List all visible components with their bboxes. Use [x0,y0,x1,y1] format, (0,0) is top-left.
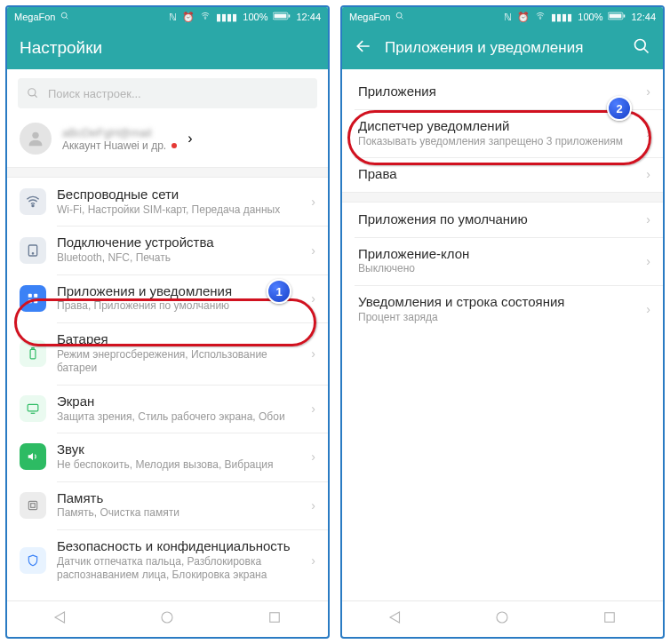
wifi-settings-icon [20,188,46,215]
row-label: Приложения по умолчанию [358,211,642,228]
settings-list: Беспроводные сети Wi-Fi, Настройки SIM-к… [7,178,328,592]
chevron-right-icon: › [642,254,654,268]
chevron-right-icon: › [642,212,654,227]
avatar-icon [20,123,52,155]
row-memory[interactable]: Память Память, Очистка памяти › [7,481,328,529]
row-sub: Защита зрения, Стиль рабочего экрана, Об… [57,410,307,425]
memory-icon [20,492,46,519]
nav-home-button[interactable] [494,609,510,629]
chevron-right-icon: › [187,131,192,147]
account-name-blurred: aBcDeFgH@mail [62,126,177,139]
row-label: Подключение устройства [57,235,307,251]
row-battery[interactable]: Батарея Режим энергосбережения, Использо… [7,322,328,385]
left-phone: MegaFon ℕ ⏰ ▮▮▮▮ 100% 12:44 Настройки По… [5,5,330,639]
shield-icon [20,547,46,574]
svg-rect-17 [32,348,34,350]
nav-recent-button[interactable] [267,609,283,629]
app-bar: Настройки [7,27,328,69]
row-sub: Права, Приложения по умолчанию [57,299,307,314]
row-sub: Не беспокоить, Мелодия вызова, Вибрация [57,458,307,473]
carrier-label: MegaFon [14,12,55,22]
bluetooth-icon [20,237,46,264]
chevron-right-icon: › [307,449,319,464]
row-device-connection[interactable]: Подключение устройства Bluetooth, NFC, П… [7,226,328,274]
svg-point-2 [205,19,206,20]
row-label: Экран [57,394,307,410]
chevron-right-icon: › [307,498,319,513]
nfc-icon: ℕ [169,12,177,23]
chevron-right-icon: › [642,126,654,140]
wifi-icon [535,12,546,22]
svg-line-25 [402,17,403,19]
chevron-right-icon: › [307,291,319,306]
row-label: Беспроводные сети [57,187,307,203]
battery-settings-icon [20,340,46,367]
chevron-right-icon: › [307,195,319,209]
row-label: Диспетчер уведомлений [358,118,642,135]
section-gap [342,192,663,203]
svg-rect-18 [28,404,38,411]
svg-rect-5 [289,14,291,17]
row-sub: Wi-Fi, Настройки SIM-карт, Передача данн… [57,203,307,218]
svg-line-1 [67,17,68,19]
chevron-right-icon: › [307,243,319,258]
notification-dot-icon [171,143,177,148]
svg-point-6 [28,89,36,96]
svg-rect-29 [624,14,626,17]
battery-icon [608,12,626,22]
row-apps-notifications[interactable]: Приложения и уведомления Права, Приложен… [7,274,328,322]
search-button[interactable] [633,37,650,60]
row-applications[interactable]: Приложения › [342,75,663,109]
nav-home-button[interactable] [159,609,175,629]
battery-icon [273,12,291,22]
row-sound[interactable]: Звук Не беспокоить, Мелодия вызова, Вибр… [7,433,328,481]
row-sub: Датчик отпечатка пальца, Разблокировка р… [57,555,307,583]
svg-rect-34 [605,613,615,623]
search-icon [27,87,39,99]
account-row[interactable]: aBcDeFgH@mail Аккаунт Huawei и др. › [7,115,328,167]
search-input[interactable]: Поиск настроек... [18,78,317,108]
svg-point-26 [540,19,541,20]
nav-back-button[interactable] [52,609,68,629]
svg-point-9 [32,205,34,207]
row-security[interactable]: Безопасность и конфиденциальность Датчик… [7,529,328,592]
row-app-clone[interactable]: Приложение-клон Выключено › [342,237,663,285]
svg-point-24 [397,12,403,18]
time-label: 12:44 [296,12,321,22]
row-label: Приложения [358,83,642,100]
svg-point-0 [62,12,68,18]
nav-recent-button[interactable] [602,609,618,629]
nav-bar [7,600,328,637]
time-label: 12:44 [631,12,656,22]
row-notifications-statusbar[interactable]: Уведомления и строка состояния Процент з… [342,285,663,333]
apps-icon [20,285,46,312]
row-default-apps[interactable]: Приложения по умолчанию › [342,203,663,237]
svg-rect-12 [28,294,32,298]
alarm-icon: ⏰ [182,12,195,23]
svg-point-8 [32,132,38,139]
svg-line-7 [35,95,37,98]
search-mini-icon [395,12,404,22]
signal-icon: ▮▮▮▮ [216,12,237,23]
row-notification-manager[interactable]: Диспетчер уведомлений Показывать уведомл… [342,109,663,157]
row-label: Уведомления и строка состояния [358,294,642,311]
row-label: Батарея [57,331,307,348]
row-permissions[interactable]: Права › [342,157,663,192]
row-wireless[interactable]: Беспроводные сети Wi-Fi, Настройки SIM-к… [7,178,328,226]
account-text: aBcDeFgH@mail Аккаунт Huawei и др. [62,126,177,152]
svg-rect-4 [275,14,287,19]
right-phone: MegaFon ℕ ⏰ ▮▮▮▮ 100% 12:44 Приложения и… [340,5,665,639]
svg-point-31 [635,39,646,50]
svg-rect-20 [28,501,36,509]
svg-rect-23 [270,613,280,623]
row-sub: Выключено [358,262,642,276]
chevron-right-icon: › [307,346,319,361]
row-sub: Показывать уведомления запрещено 3 прило… [358,135,642,149]
back-button[interactable] [355,37,372,60]
nav-back-button[interactable] [387,609,403,629]
row-display[interactable]: Экран Защита зрения, Стиль рабочего экра… [7,385,328,433]
section-gap [7,167,328,178]
svg-point-33 [497,612,507,623]
content-area: Приложения › Диспетчер уведомлений Показ… [342,69,663,600]
chevron-right-icon: › [642,84,654,99]
